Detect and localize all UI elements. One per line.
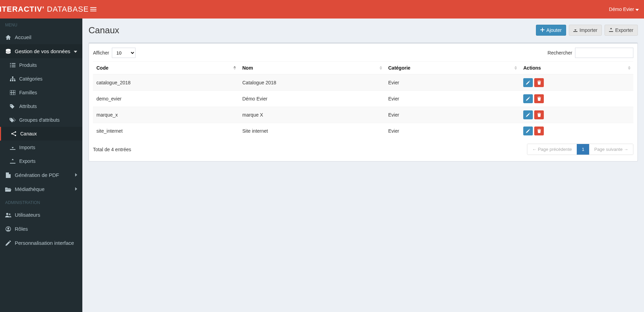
add-button[interactable]: Ajouter (536, 25, 566, 36)
table-row: demo_evierDémo EvierEvier (93, 91, 633, 107)
edit-button[interactable] (523, 127, 533, 135)
data-box: Afficher 10 Rechercher Code (89, 43, 638, 161)
cell-categorie: Evier (385, 107, 520, 123)
sidebar-item-accueil[interactable]: Accueil (0, 30, 82, 44)
download-icon (10, 145, 16, 150)
cell-categorie: Evier (385, 74, 520, 91)
sidebar-item-utilisateurs[interactable]: Utilisateurs (0, 208, 82, 222)
svg-rect-6 (12, 67, 15, 67)
svg-point-17 (15, 135, 16, 136)
svg-rect-1 (10, 63, 11, 64)
file-pdf-icon (5, 172, 11, 178)
cell-actions (520, 91, 633, 107)
sidebar-item-produits[interactable]: Produits (0, 58, 82, 72)
svg-point-19 (9, 213, 11, 215)
delete-button[interactable] (534, 110, 544, 119)
col-code[interactable]: Code (93, 62, 239, 75)
svg-rect-8 (10, 80, 11, 81)
add-button-label: Ajouter (547, 27, 562, 33)
sidebar-item-groupes[interactable]: Groupes d'attributs (0, 113, 82, 127)
import-button-label: Importer (579, 27, 597, 33)
svg-point-16 (15, 131, 16, 133)
col-nom[interactable]: Nom (239, 62, 385, 75)
edit-button[interactable] (523, 94, 533, 103)
sidebar-toggle-button[interactable] (87, 4, 99, 14)
sort-icon (628, 66, 631, 70)
search-label: Rechercher (548, 50, 572, 56)
tags-icon (10, 118, 16, 122)
sidebar-item-perso[interactable]: Personnalisation interface (0, 236, 82, 250)
col-categorie[interactable]: Catégorie (385, 62, 520, 75)
sidebar-label: Groupes d'attributs (19, 117, 60, 123)
chevron-down-icon (74, 49, 77, 54)
table-row: site_internetSite internetEvier (93, 123, 633, 139)
delete-button[interactable] (534, 94, 544, 103)
sidebar-item-exports[interactable]: Exports (0, 154, 82, 168)
sidebar-label: Gestion de vos données (15, 48, 70, 54)
cell-nom: Démo Evier (239, 91, 385, 107)
export-button[interactable]: Exporter (605, 25, 638, 36)
show-entries: Afficher 10 (93, 48, 136, 58)
sidebar-label: Attributs (19, 104, 37, 109)
sidebar-label: Personnalisation interface (15, 240, 74, 246)
sidebar-label: Canaux (20, 131, 37, 136)
cell-nom: marque X (239, 107, 385, 123)
cell-code: marque_x (93, 107, 239, 123)
cell-nom: Site internet (239, 123, 385, 139)
sidebar-item-categories[interactable]: Catégories (0, 72, 82, 86)
sidebar-item-attributs[interactable]: Attributs (0, 99, 82, 113)
page-next[interactable]: Page suivante → (589, 144, 633, 155)
users-icon (5, 213, 11, 217)
table-row: catalogue_2018Catalogue 2018Evier (93, 74, 633, 91)
sidebar-label: Exports (19, 158, 35, 164)
brand-logo[interactable]: INTERACTIV' DATABASE (0, 0, 82, 19)
cell-actions (520, 123, 633, 139)
pencil-icon (526, 97, 530, 101)
cell-code: site_internet (93, 123, 239, 139)
page-prev[interactable]: ← Page précédente (527, 144, 577, 155)
edit-button[interactable] (523, 110, 533, 119)
sort-icon (233, 66, 236, 70)
cell-actions (520, 107, 633, 123)
page-title: Canaux (89, 25, 119, 36)
sidebar-item-pdf[interactable]: Génération de PDF (0, 168, 82, 182)
sort-icon (379, 66, 382, 70)
sidebar-item-familles[interactable]: Familles (0, 86, 82, 99)
sidebar-item-canaux[interactable]: Canaux (0, 127, 82, 141)
svg-rect-10 (14, 80, 15, 81)
content-header: Canaux Ajouter Importer Exporter (89, 25, 638, 36)
tag-icon (10, 104, 16, 109)
delete-button[interactable] (534, 78, 544, 87)
grid-icon (10, 90, 16, 95)
trash-icon (537, 129, 541, 133)
table-controls: Afficher 10 Rechercher (93, 48, 633, 58)
delete-button[interactable] (534, 127, 544, 135)
sidebar-label: Génération de PDF (15, 172, 59, 178)
show-select[interactable]: 10 (112, 48, 136, 58)
upload-icon (609, 27, 613, 33)
search-control: Rechercher (548, 48, 633, 58)
edit-button[interactable] (523, 78, 533, 87)
sidebar-item-imports[interactable]: Imports (0, 141, 82, 154)
topbar: Démo Evier (82, 0, 644, 19)
import-button[interactable]: Importer (569, 25, 602, 36)
brand-part1: INTERACTIV' (0, 5, 45, 14)
user-circle-icon (5, 226, 11, 232)
search-input[interactable] (575, 48, 633, 58)
sidebar-label: Catégories (19, 76, 43, 82)
table-row: marque_xmarque XEvier (93, 107, 633, 123)
user-menu-toggle[interactable]: Démo Evier (609, 7, 639, 12)
edit-icon (5, 240, 11, 246)
page-number[interactable]: 1 (577, 144, 589, 155)
bars-icon (90, 7, 96, 8)
sidebar-item-media[interactable]: Médiathèque (0, 182, 82, 196)
download-icon (573, 27, 577, 33)
sidebar-item-gestion[interactable]: Gestion de vos données (0, 44, 82, 58)
sidebar-label: Médiathèque (15, 186, 45, 192)
col-actions[interactable]: Actions (520, 62, 633, 75)
sidebar-item-roles[interactable]: Rôles (0, 222, 82, 236)
cell-nom: Catalogue 2018 (239, 74, 385, 91)
sidebar-section-menu: MENU (0, 19, 82, 30)
user-name: Démo Evier (609, 7, 634, 12)
plus-icon (540, 27, 545, 33)
